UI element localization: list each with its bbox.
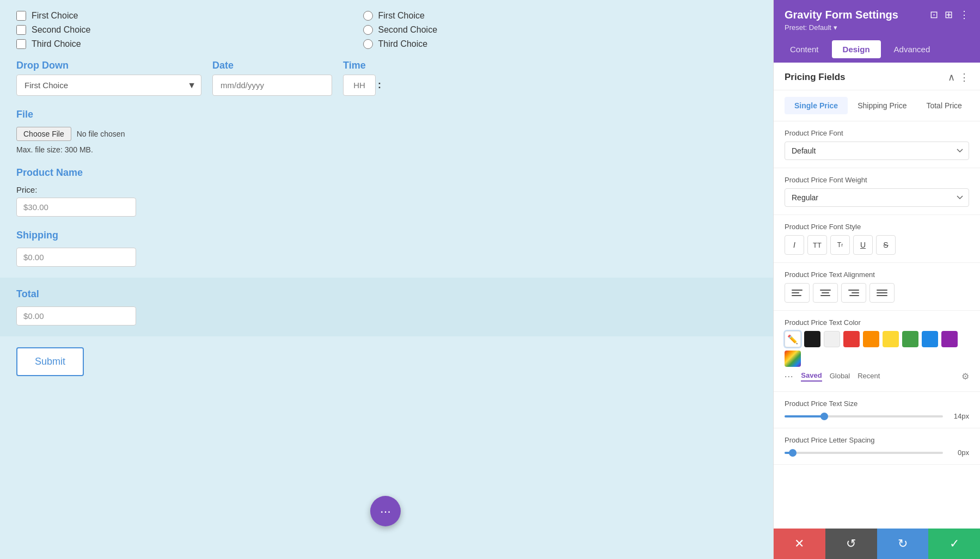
panel-body: Pricing Fields ∧ ⋮ Single Price Shipping… bbox=[774, 63, 980, 529]
panel-more-icon[interactable]: ⋮ bbox=[959, 9, 969, 21]
checkbox-label-2: Second Choice bbox=[32, 25, 91, 35]
radio-input-2[interactable] bbox=[363, 25, 373, 35]
date-group: Date bbox=[212, 60, 332, 96]
style-tr-btn[interactable]: Tr bbox=[830, 235, 850, 255]
tab-content[interactable]: Content bbox=[779, 40, 830, 58]
cancel-button[interactable]: ✕ bbox=[774, 529, 825, 559]
dropdown-wrapper: First Choice Second Choice Third Choice … bbox=[16, 75, 201, 96]
text-size-slider-track bbox=[785, 415, 943, 417]
align-right-btn[interactable] bbox=[841, 283, 866, 303]
color-swatch-purple[interactable] bbox=[941, 331, 958, 347]
pricing-fields-more-icon[interactable]: ⋮ bbox=[959, 71, 969, 83]
color-swatch-green[interactable] bbox=[902, 331, 918, 347]
dropdown-select[interactable]: First Choice Second Choice Third Choice bbox=[16, 75, 201, 96]
price-tabs: Single Price Shipping Price Total Price bbox=[774, 90, 980, 121]
panel-preset[interactable]: Preset: Default ▾ bbox=[785, 23, 898, 32]
color-tab-global[interactable]: Global bbox=[830, 372, 850, 381]
save-button[interactable]: ✓ bbox=[928, 529, 980, 559]
date-label: Date bbox=[212, 60, 332, 71]
main-content: First Choice Second Choice Third Choice … bbox=[0, 0, 773, 559]
style-underline-btn[interactable]: U bbox=[853, 235, 873, 255]
radio-input-3[interactable] bbox=[363, 39, 373, 49]
product-price-font-weight-select[interactable]: Regular Bold Light bbox=[785, 188, 969, 207]
bottom-toolbar: ✕ ↺ ↻ ✓ bbox=[774, 529, 980, 559]
color-swatch-pencil[interactable]: ✏️ bbox=[785, 331, 801, 347]
color-swatch-yellow[interactable] bbox=[883, 331, 899, 347]
date-input[interactable] bbox=[212, 75, 332, 96]
checkbox-input-3[interactable] bbox=[16, 39, 26, 49]
checkbox-item-3[interactable]: Third Choice bbox=[16, 39, 91, 49]
radio-item-3[interactable]: Third Choice bbox=[363, 39, 438, 49]
product-price-text-color-field: Product Price Text Color ✏️ ··· Saved Gl… bbox=[774, 311, 980, 392]
color-tab-recent[interactable]: Recent bbox=[857, 372, 880, 381]
shipping-value-input[interactable] bbox=[16, 248, 136, 267]
style-italic-btn[interactable]: I bbox=[785, 235, 804, 255]
color-swatch-red[interactable] bbox=[843, 331, 860, 347]
text-size-slider-thumb[interactable] bbox=[820, 413, 828, 420]
collapse-icon[interactable]: ∧ bbox=[948, 71, 955, 83]
panel-title: Gravity Form Settings bbox=[785, 9, 898, 21]
tab-advanced[interactable]: Advanced bbox=[883, 40, 941, 58]
checkbox-input-2[interactable] bbox=[16, 25, 26, 35]
tab-design[interactable]: Design bbox=[832, 40, 881, 58]
checkbox-input-1[interactable] bbox=[16, 11, 26, 21]
checkbox-item-2[interactable]: Second Choice bbox=[16, 25, 91, 35]
submit-section: Submit bbox=[16, 347, 757, 376]
color-tab-saved[interactable]: Saved bbox=[801, 371, 822, 382]
time-label: Time bbox=[343, 60, 381, 71]
dropdown-group: Drop Down First Choice Second Choice Thi… bbox=[16, 60, 201, 96]
color-swatch-black[interactable] bbox=[804, 331, 820, 347]
panel-header-icons: ⊡ ⊞ ⋮ bbox=[930, 9, 969, 21]
style-strikethrough-btn[interactable]: S bbox=[876, 235, 896, 255]
panel-icon-2[interactable]: ⊞ bbox=[945, 9, 953, 21]
shipping-label: Shipping bbox=[16, 230, 757, 241]
font-style-buttons: I TT Tr U S bbox=[785, 235, 969, 255]
color-swatches: ✏️ bbox=[785, 331, 969, 367]
color-swatch-white[interactable] bbox=[824, 331, 840, 347]
time-hour-input[interactable] bbox=[343, 75, 376, 96]
letter-spacing-slider-track bbox=[785, 452, 943, 454]
letter-spacing-value: 0px bbox=[950, 449, 969, 457]
file-input-row: Choose File No file chosen bbox=[16, 127, 757, 141]
product-price-input[interactable] bbox=[16, 198, 136, 217]
color-swatch-orange[interactable] bbox=[863, 331, 879, 347]
radio-input-1[interactable] bbox=[363, 11, 373, 21]
product-price-font-select[interactable]: Default Arial Georgia bbox=[785, 142, 969, 160]
time-divider: : bbox=[378, 79, 381, 91]
price-label: Price: bbox=[16, 185, 757, 194]
radio-item-2[interactable]: Second Choice bbox=[363, 25, 438, 35]
letter-spacing-slider-thumb[interactable] bbox=[789, 449, 797, 457]
radio-item-1[interactable]: First Choice bbox=[363, 11, 438, 21]
style-tt-btn[interactable]: TT bbox=[807, 235, 827, 255]
price-tab-total[interactable]: Total Price bbox=[916, 97, 971, 114]
redo-icon: ↻ bbox=[898, 537, 908, 551]
color-swatch-blue[interactable] bbox=[922, 331, 938, 347]
color-swatch-gradient[interactable] bbox=[785, 351, 801, 367]
checkbox-item-1[interactable]: First Choice bbox=[16, 11, 91, 21]
settings-panel: Gravity Form Settings Preset: Default ▾ … bbox=[773, 0, 980, 559]
submit-button[interactable]: Submit bbox=[16, 347, 84, 376]
align-justify-btn[interactable] bbox=[869, 283, 895, 303]
floating-action-button[interactable]: ··· bbox=[370, 496, 401, 526]
product-price-letter-spacing-label: Product Price Letter Spacing bbox=[785, 436, 969, 444]
color-settings-icon[interactable]: ⚙ bbox=[961, 371, 969, 382]
redo-button[interactable]: ↻ bbox=[877, 529, 929, 559]
color-dots: ··· bbox=[785, 372, 793, 382]
price-tab-shipping[interactable]: Shipping Price bbox=[848, 97, 916, 114]
total-label: Total bbox=[16, 288, 757, 300]
align-center-btn[interactable] bbox=[813, 283, 838, 303]
align-left-btn[interactable] bbox=[785, 283, 810, 303]
pricing-fields-header: Pricing Fields ∧ ⋮ bbox=[774, 63, 980, 90]
total-value-input[interactable] bbox=[16, 306, 136, 325]
checkbox-group: First Choice Second Choice Third Choice bbox=[16, 11, 91, 49]
price-tab-single[interactable]: Single Price bbox=[785, 97, 848, 114]
choose-file-button[interactable]: Choose File bbox=[16, 127, 71, 141]
panel-icon-1[interactable]: ⊡ bbox=[930, 9, 938, 21]
reset-button[interactable]: ↺ bbox=[825, 529, 877, 559]
alignment-buttons bbox=[785, 283, 969, 303]
product-price-text-size-field: Product Price Text Size 14px bbox=[774, 392, 980, 428]
file-label: File bbox=[16, 109, 757, 120]
time-row: : bbox=[343, 75, 381, 96]
product-name-section: Product Name Price: bbox=[16, 167, 757, 217]
no-file-text: No file chosen bbox=[77, 130, 125, 138]
